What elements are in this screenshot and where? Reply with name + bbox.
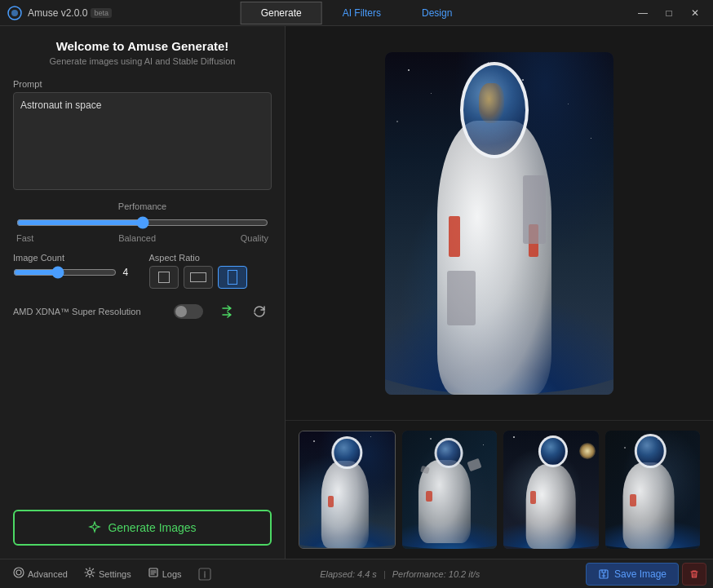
svg-point-2: [14, 568, 24, 577]
main-image-area: [286, 26, 713, 420]
image-count-slider[interactable]: [13, 266, 117, 279]
settings-button[interactable]: Settings: [78, 564, 138, 584]
aspect-ratio-label: Aspect Ratio: [149, 253, 272, 263]
statusbar: Advanced Settings Logs Elapsed: 4.4 s | …: [0, 559, 713, 588]
generate-button[interactable]: Generate Images: [13, 510, 272, 546]
perf-quality-label: Quality: [241, 233, 268, 243]
image-count-value: 4: [123, 267, 136, 278]
sparkle-icon: [88, 521, 101, 534]
status-right: Save Image: [586, 563, 706, 586]
generate-button-container: Generate Images: [13, 497, 272, 546]
thumbnail-1[interactable]: [299, 431, 396, 549]
performance-text: Performance: 10.2 it/s: [392, 569, 480, 579]
tab-design[interactable]: Design: [401, 2, 472, 24]
perf-balanced-label: Balanced: [118, 233, 156, 243]
main-astronaut-image: [385, 52, 613, 395]
main-layout: Welcome to Amuse Generate! Generate imag…: [0, 26, 713, 559]
action-icons: [216, 300, 272, 323]
perf-fast-label: Fast: [16, 233, 33, 243]
aspect-ratio-buttons: [149, 266, 272, 289]
left-panel: Welcome to Amuse Generate! Generate imag…: [0, 26, 286, 559]
square-icon: [158, 272, 170, 283]
prompt-input[interactable]: Astronaut in space: [13, 92, 272, 190]
svg-point-3: [16, 570, 21, 575]
save-label: Save Image: [614, 568, 666, 580]
generate-btn-label: Generate Images: [108, 521, 196, 534]
maximize-button[interactable]: □: [658, 5, 680, 21]
performance-slider[interactable]: [16, 216, 268, 229]
panel-subtitle: Generate images using AI and Stable Diff…: [13, 56, 272, 66]
app-beta-badge: beta: [91, 8, 112, 18]
thumbnails-row: [286, 420, 713, 559]
titlebar: Amuse v2.0.0 beta Generate AI Filters De…: [0, 0, 713, 26]
image-count-label: Image Count: [13, 253, 136, 263]
advanced-button[interactable]: Advanced: [7, 564, 74, 584]
advanced-label: Advanced: [28, 569, 68, 579]
main-image[interactable]: [385, 52, 613, 395]
refresh-icon[interactable]: [247, 300, 272, 323]
logs-button[interactable]: Logs: [141, 564, 188, 584]
xdna-label: AMD XDNA™ Super Resolution: [13, 307, 167, 316]
settings-icon: [84, 567, 95, 581]
logs-label: Logs: [162, 569, 182, 579]
logs-icon: [148, 567, 159, 581]
aspect-btn-square[interactable]: [149, 266, 179, 289]
info-icon[interactable]: [195, 564, 215, 584]
xdna-row: AMD XDNA™ Super Resolution: [13, 300, 272, 323]
save-icon: [598, 568, 609, 580]
svg-point-1: [11, 10, 18, 16]
tab-generate[interactable]: Generate: [241, 2, 322, 24]
suit-body: [437, 121, 551, 395]
save-image-button[interactable]: Save Image: [586, 563, 679, 586]
nav-tabs: Generate AI Filters Design: [241, 2, 473, 24]
performance-label: Perfomance: [13, 201, 272, 211]
right-panel: [286, 26, 713, 559]
separator: |: [383, 569, 386, 579]
helmet: [460, 62, 529, 158]
trash-icon: [689, 568, 700, 580]
app-logo: [7, 5, 23, 21]
thumbnail-4[interactable]: [605, 431, 701, 549]
aspect-btn-landscape[interactable]: [184, 266, 213, 289]
prompt-label: Prompt: [13, 79, 272, 89]
toggle-knob: [175, 306, 187, 317]
minimize-button[interactable]: —: [631, 5, 654, 21]
aspect-btn-portrait[interactable]: [218, 266, 247, 289]
tab-ai-filters[interactable]: AI Filters: [322, 2, 401, 24]
close-button[interactable]: ✕: [684, 5, 706, 21]
svg-point-4: [87, 571, 91, 575]
status-info: Elapsed: 4.4 s | Performance: 10.2 it/s: [218, 569, 582, 579]
portrait-icon: [228, 270, 237, 285]
panel-title: Welcome to Amuse Generate!: [13, 39, 272, 53]
landscape-icon: [190, 272, 206, 282]
settings-label: Settings: [99, 569, 131, 579]
thumbnail-3[interactable]: [503, 431, 599, 549]
advanced-icon: [13, 567, 24, 581]
shuffle-icon[interactable]: [216, 300, 241, 323]
thumbnail-2[interactable]: [402, 431, 498, 549]
delete-button[interactable]: [682, 563, 706, 586]
window-controls: — □ ✕: [631, 5, 706, 21]
xdna-toggle[interactable]: [174, 304, 203, 319]
elapsed-text: Elapsed: 4.4 s: [320, 569, 377, 579]
app-title: Amuse v2.0.0: [28, 7, 87, 19]
